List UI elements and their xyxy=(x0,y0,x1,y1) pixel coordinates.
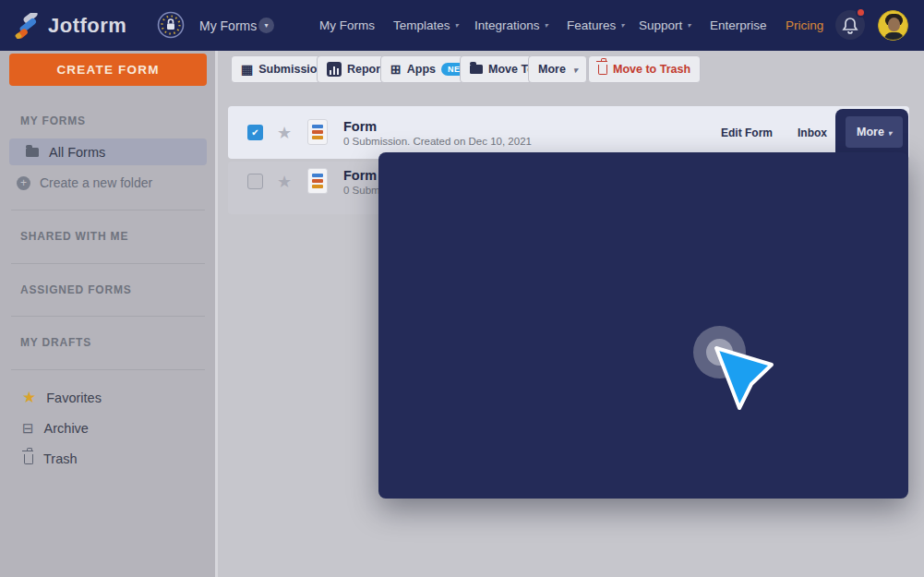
apps-grid-icon: ⊞ xyxy=(390,63,402,76)
nav-enterprise[interactable]: Enterprise xyxy=(710,18,767,32)
sidebar-item-favorites[interactable]: ★ Favorites xyxy=(22,390,102,405)
jotform-logo-icon[interactable] xyxy=(15,13,41,39)
jotform-my-forms-page: Jotform My Forms ▾ My Forms Templates In… xyxy=(0,0,924,577)
row2-title[interactable]: Form xyxy=(343,168,377,183)
folder-icon xyxy=(26,148,39,157)
workspace-switcher[interactable]: My Forms xyxy=(199,18,257,33)
tutorial-cursor-icon xyxy=(697,328,789,420)
chevron-down-icon xyxy=(450,18,459,32)
nav-my-forms[interactable]: My Forms xyxy=(319,18,375,32)
top-navbar: Jotform My Forms ▾ My Forms Templates In… xyxy=(0,0,924,51)
divider xyxy=(11,210,205,210)
nav-features[interactable]: Features xyxy=(567,18,624,32)
move-to-trash-button[interactable]: Move to Trash xyxy=(588,55,701,83)
row2-meta: 0 Subm xyxy=(343,185,380,196)
archive-icon: ⊟ xyxy=(22,420,34,437)
create-form-button[interactable]: CREATE FORM xyxy=(9,54,207,86)
trash-icon xyxy=(24,454,33,464)
user-avatar[interactable] xyxy=(878,10,908,41)
nav-pricing[interactable]: Pricing xyxy=(786,18,823,32)
row1-more-button[interactable]: More xyxy=(846,116,903,148)
row1-star-icon[interactable]: ★ xyxy=(277,125,292,141)
toolbar-more-button[interactable]: More xyxy=(528,55,587,83)
section-assigned-forms[interactable]: ASSIGNED FORMS xyxy=(20,283,132,296)
brand-name[interactable]: Jotform xyxy=(48,14,126,38)
section-my-forms: MY FORMS xyxy=(20,114,86,127)
workspace-chevron-down-icon[interactable]: ▾ xyxy=(258,18,274,33)
sidebar-divider xyxy=(215,51,218,577)
trash-icon xyxy=(598,65,607,75)
sidebar xyxy=(0,51,215,577)
row1-title[interactable]: Form xyxy=(343,119,377,134)
sidebar-item-trash[interactable]: Trash xyxy=(24,451,78,466)
notification-badge xyxy=(856,7,866,18)
avatar-body xyxy=(884,32,904,41)
divider xyxy=(11,369,205,370)
chevron-down-icon xyxy=(888,126,892,138)
plus-circle-icon: + xyxy=(17,176,30,190)
row2-checkbox[interactable] xyxy=(247,174,263,189)
chevron-down-icon xyxy=(540,18,548,32)
gdpr-lock-badge-icon xyxy=(157,11,185,39)
nav-integrations[interactable]: Integrations xyxy=(474,18,548,32)
star-icon: ★ xyxy=(22,390,36,405)
divider xyxy=(11,316,205,317)
nav-support[interactable]: Support xyxy=(639,18,690,32)
chevron-down-icon xyxy=(616,18,624,32)
more-dropdown-menu xyxy=(378,152,908,499)
nav-templates[interactable]: Templates xyxy=(393,18,459,32)
chevron-down-icon xyxy=(682,18,690,32)
row1-edit-form-link[interactable]: Edit Form xyxy=(721,126,773,139)
avatar-face xyxy=(888,18,900,31)
sidebar-item-archive[interactable]: ⊟ Archive xyxy=(22,420,89,437)
grid-icon: ▦ xyxy=(241,63,253,76)
section-shared-with-me[interactable]: SHARED WITH ME xyxy=(20,230,128,243)
section-my-drafts[interactable]: MY DRAFTS xyxy=(20,336,91,349)
chevron-down-icon xyxy=(571,63,578,76)
create-new-folder-button[interactable]: + Create a new folder xyxy=(17,175,152,190)
row1-checkbox[interactable] xyxy=(247,125,263,140)
sidebar-item-all-forms[interactable]: All Forms xyxy=(9,138,207,165)
row1-form-icon xyxy=(307,119,328,145)
move-folder-icon xyxy=(470,65,483,74)
row2-star-icon[interactable]: ★ xyxy=(277,174,292,190)
row1-meta: 0 Submission. Created on Dec 10, 2021 xyxy=(343,136,532,147)
bar-chart-icon xyxy=(327,62,342,77)
divider xyxy=(11,263,205,264)
row2-form-icon xyxy=(307,168,328,194)
row1-inbox-link[interactable]: Inbox xyxy=(798,126,827,139)
